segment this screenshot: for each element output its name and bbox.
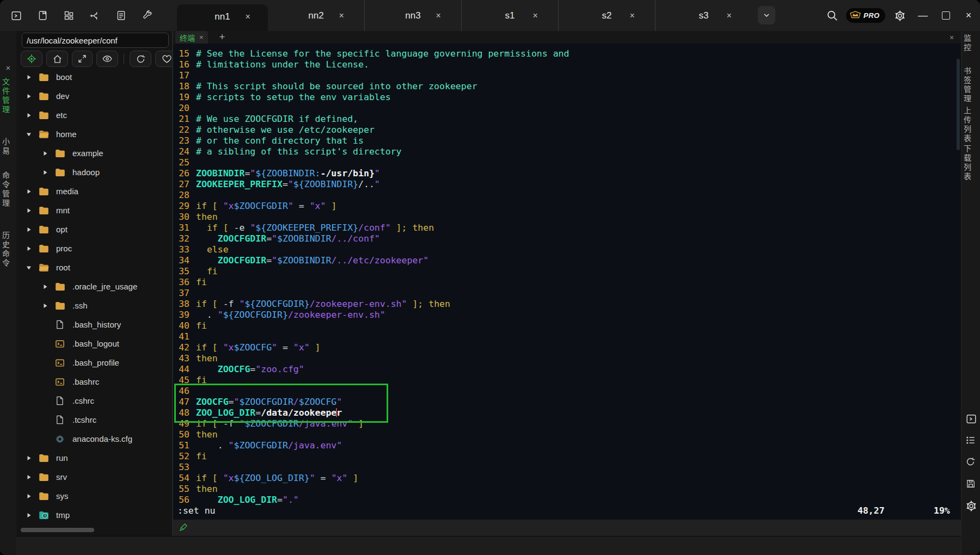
close-window-button[interactable]: ×: [960, 0, 977, 31]
right-rail-item-2[interactable]: 书签管理: [961, 67, 980, 104]
tree-item-dev[interactable]: dev: [16, 87, 172, 106]
tree-item-media[interactable]: media: [16, 182, 172, 201]
tab-nn1[interactable]: nn1×: [177, 4, 268, 31]
tab-close-icon[interactable]: ×: [630, 11, 635, 21]
tree-item-run[interactable]: run: [16, 448, 172, 467]
tree-item-boot[interactable]: boot: [16, 67, 172, 87]
tab-close-icon[interactable]: ×: [533, 11, 538, 21]
tree-item-.tcshrc[interactable]: .tcshrc: [16, 410, 172, 429]
tree-item-.cshrc[interactable]: .cshrc: [16, 391, 172, 410]
path-input[interactable]: /usr/local/zookeeper/conf: [22, 33, 169, 48]
maximize-button[interactable]: [938, 0, 954, 31]
tab-s3[interactable]: s3×: [655, 0, 752, 31]
expand-arrow-icon[interactable]: [25, 474, 33, 480]
terminal-tab-close-icon[interactable]: ×: [199, 33, 204, 41]
expand-arrow-icon[interactable]: [25, 227, 33, 232]
tree-item-srv[interactable]: srv: [16, 467, 172, 486]
tab-close-icon[interactable]: ×: [246, 12, 250, 22]
notes-icon[interactable]: [36, 9, 49, 22]
tree-item-etc[interactable]: etc: [16, 106, 172, 125]
tree-item-tmp[interactable]: tmp: [16, 505, 172, 525]
tree-item-.bash_history[interactable]: .bash_history: [16, 315, 172, 334]
expand-arrow-icon[interactable]: [25, 208, 33, 213]
expand-arrow-icon[interactable]: [25, 94, 33, 99]
tab-s1[interactable]: s1×: [461, 0, 558, 31]
tree-item-opt[interactable]: opt: [16, 220, 172, 239]
new-terminal-button[interactable]: +: [216, 31, 229, 44]
right-rail-item-4[interactable]: 下载列表: [961, 145, 980, 182]
right-rail-item-3[interactable]: 上传列表: [961, 107, 980, 144]
expand-arrow-icon[interactable]: [25, 265, 33, 270]
code-line: 24# a sibling of this script's directory: [173, 146, 961, 157]
tree-item-.bashrc[interactable]: .bashrc: [16, 372, 172, 391]
branch-icon[interactable]: [88, 9, 101, 22]
tree-item-proc[interactable]: proc: [16, 239, 172, 258]
server-icon[interactable]: [114, 9, 127, 22]
expand-arrow-icon[interactable]: [25, 189, 33, 194]
tree-item-anaconda-ks.cfg[interactable]: anaconda-ks.cfg: [16, 429, 172, 448]
settings-button[interactable]: [892, 0, 908, 31]
tree-item-.oracle_jre_usage[interactable]: .oracle_jre_usage: [16, 277, 172, 296]
expand-arrow-icon[interactable]: [41, 284, 49, 289]
expand-arrow-icon[interactable]: [25, 513, 33, 518]
cursor-position: 48,27: [857, 505, 885, 516]
app-window: nn1×nn2×nn3×s1×s2×s3× PRO — × × 文件管理小易命令…: [0, 0, 980, 555]
tree-item-home[interactable]: home: [16, 125, 172, 144]
tree-item-.bash_logout[interactable]: .bash_logout: [16, 334, 172, 353]
expand-arrow-icon[interactable]: [41, 151, 49, 156]
left-rail-item-4[interactable]: 历史命令: [0, 231, 16, 268]
console-icon[interactable]: [10, 9, 23, 22]
tree-item-root[interactable]: root: [16, 258, 172, 277]
tree-item-mnt[interactable]: mnt: [16, 201, 172, 220]
console-icon[interactable]: [965, 413, 977, 425]
locate-button[interactable]: [21, 51, 42, 67]
tab-nn3[interactable]: nn3×: [364, 0, 461, 31]
right-rail-item-1[interactable]: 监控: [961, 34, 980, 53]
expand-arrow-icon[interactable]: [25, 75, 33, 80]
list-icon[interactable]: [965, 435, 977, 447]
home-button[interactable]: [46, 51, 68, 67]
save-icon[interactable]: [965, 478, 977, 490]
tree-item-label: mnt: [56, 206, 70, 215]
tab-nn2[interactable]: nn2×: [268, 0, 364, 31]
expand-arrow-icon[interactable]: [25, 132, 33, 137]
tree-item-sys[interactable]: sys: [16, 486, 172, 505]
panel-close-button[interactable]: ×: [0, 61, 16, 73]
expand-arrow-icon[interactable]: [41, 170, 49, 175]
horizontal-scrollbar[interactable]: [21, 528, 94, 532]
terminal-scrollbar[interactable]: [957, 59, 960, 150]
tree-item-hadoop[interactable]: hadoop: [16, 163, 172, 182]
refresh-button[interactable]: [130, 51, 151, 67]
tree-item-label: .oracle_jre_usage: [72, 282, 137, 291]
tab-close-icon[interactable]: ×: [339, 11, 344, 21]
expand-arrow-icon[interactable]: [25, 494, 33, 499]
expand-arrow-icon[interactable]: [25, 113, 33, 118]
terminal-panel-close-icon[interactable]: ×: [945, 31, 958, 44]
preview-button[interactable]: [96, 51, 118, 67]
tree-item-.ssh[interactable]: .ssh: [16, 296, 172, 315]
terminal-tab[interactable]: 终端 ×: [175, 31, 208, 44]
refresh-icon[interactable]: [965, 457, 977, 468]
folder-icon: [38, 90, 50, 102]
tree-item-.bash_profile[interactable]: .bash_profile: [16, 353, 172, 372]
expand-arrow-icon[interactable]: [25, 246, 33, 251]
left-rail-item-2[interactable]: 小易: [0, 138, 16, 156]
highlighter-icon[interactable]: [179, 522, 189, 533]
expand-arrow-icon[interactable]: [25, 455, 33, 461]
tab-s2[interactable]: s2×: [558, 0, 655, 31]
minimize-button[interactable]: —: [915, 0, 931, 31]
left-rail-item-3[interactable]: 命令管理: [0, 171, 16, 208]
tree-item-example[interactable]: example: [16, 144, 172, 163]
search-button[interactable]: [824, 0, 840, 31]
fit-button[interactable]: [72, 51, 93, 67]
tab-list-dropdown-button[interactable]: [758, 6, 775, 24]
tab-close-icon[interactable]: ×: [436, 11, 441, 21]
tab-close-icon[interactable]: ×: [727, 11, 732, 21]
pro-badge[interactable]: PRO: [846, 8, 885, 23]
terminal-screen[interactable]: 15# See the License for the specific lan…: [173, 44, 961, 520]
expand-arrow-icon[interactable]: [41, 303, 49, 309]
left-rail-item-1[interactable]: 文件管理: [0, 78, 16, 115]
wrench-icon[interactable]: [140, 9, 154, 22]
gear-icon[interactable]: [965, 500, 977, 512]
dashboard-icon[interactable]: [62, 9, 75, 22]
